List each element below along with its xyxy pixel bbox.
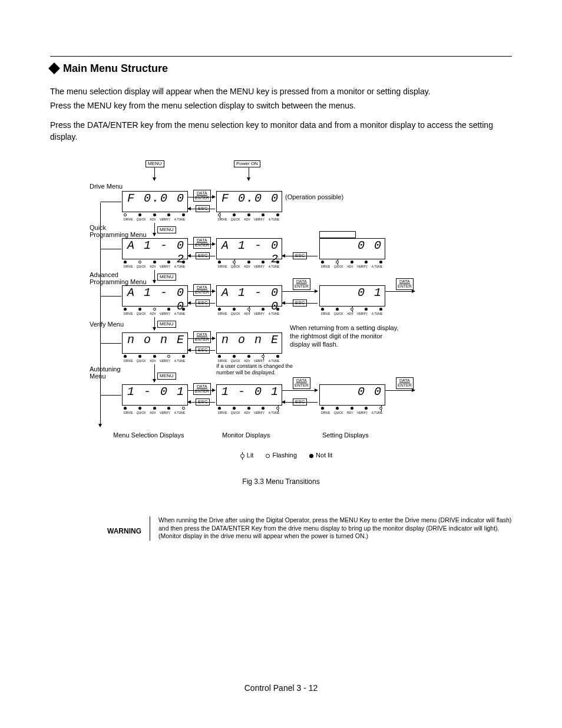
autotune-menu-label: Autotuning Menu bbox=[90, 365, 121, 380]
drive-menu-label: Drive Menu bbox=[90, 183, 123, 190]
changed-note: If a user constant is changed the number… bbox=[216, 363, 305, 375]
lcd-drive-left: F 0.0 0 bbox=[122, 191, 188, 212]
menu-button: MENU bbox=[157, 226, 176, 233]
operation-possible-note: (Operation possible) bbox=[285, 193, 343, 200]
warning-label: WARNING bbox=[103, 516, 150, 541]
lcd-drive-right: F 0.0 0 bbox=[216, 191, 282, 212]
warning-text: When running the Drive after using the D… bbox=[150, 516, 518, 541]
data-enter-button: DATAENTER bbox=[193, 190, 211, 202]
adv-menu-label: Advanced Programming Menu bbox=[90, 271, 147, 285]
paragraph-3: Press the DATA/ENTER key from the menu s… bbox=[50, 119, 512, 143]
paragraph-1: The menu selection display will appear w… bbox=[50, 85, 512, 97]
diamond-icon bbox=[48, 62, 60, 74]
legend: Lit Flashing Not lit bbox=[90, 452, 472, 459]
lcd-quick-right: 0 0 bbox=[319, 238, 385, 259]
quick-menu-label: Quick Programming Menu bbox=[90, 224, 147, 238]
legend-notlit: Not lit bbox=[316, 452, 332, 459]
col-menu-selection: Menu Selection Displays bbox=[113, 431, 184, 439]
led-flashing-icon bbox=[266, 454, 270, 458]
legend-flashing: Flashing bbox=[272, 452, 297, 459]
lcd-quick-center: A 1 - 0 2 bbox=[216, 238, 282, 259]
figure-caption: Fig 3.3 Menu Transitions bbox=[50, 477, 512, 486]
led-notlit-icon bbox=[309, 454, 313, 458]
page-footer: Control Panel 3 - 12 bbox=[0, 683, 562, 693]
lcd-quick-left: A 1 - 0 2 bbox=[122, 238, 188, 259]
menu-transitions-diagram: MENU Power ON Drive Menu (Operation poss… bbox=[90, 160, 472, 467]
menu-button: MENU bbox=[146, 160, 164, 167]
verify-menu-label: Verify Menu bbox=[90, 321, 124, 328]
heading-text: Main Menu Structure bbox=[63, 62, 168, 74]
warning-block: WARNING When running the Drive after usi… bbox=[103, 516, 518, 541]
power-on-box: Power ON bbox=[234, 160, 260, 167]
led-lit-icon bbox=[240, 454, 244, 458]
section-heading: Main Menu Structure bbox=[50, 62, 512, 75]
col-setting: Setting Displays bbox=[322, 431, 369, 439]
return-note: When returning from a setting display, t… bbox=[290, 324, 402, 348]
menu-button: MENU bbox=[157, 274, 176, 281]
legend-lit: Lit bbox=[247, 452, 254, 459]
col-monitor: Monitor Displays bbox=[222, 431, 270, 439]
paragraph-2: Press the MENU key from the menu selecti… bbox=[50, 100, 512, 111]
